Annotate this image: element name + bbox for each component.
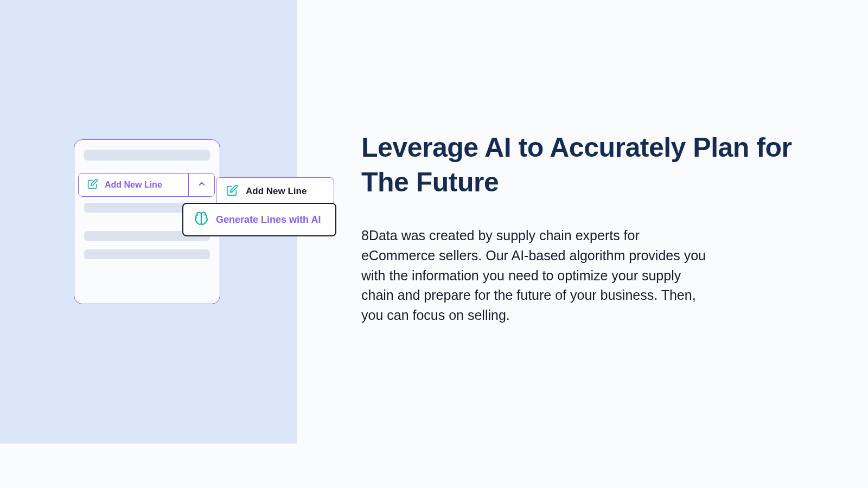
dropdown-toggle[interactable]: [188, 174, 214, 196]
add-new-line-main[interactable]: Add New Line: [79, 178, 188, 191]
popup-menu: Add New Line Generate Lines with AI: [216, 177, 334, 208]
illustration-panel: Add New Line Add New Line: [0, 0, 297, 444]
popup-item-add-line[interactable]: Add New Line: [216, 177, 334, 206]
content-panel: Leverage AI to Accurately Plan for The F…: [297, 0, 868, 488]
page-body: 8Data was created by supply chain expert…: [361, 226, 709, 325]
popup-item-label: Generate Lines with AI: [216, 214, 321, 226]
chevron-up-icon: [197, 179, 207, 191]
page-heading: Leverage AI to Accurately Plan for The F…: [361, 130, 803, 200]
edit-icon: [87, 178, 98, 191]
add-new-line-label: Add New Line: [105, 180, 162, 190]
brain-icon: [194, 211, 208, 228]
skeleton-line: [84, 150, 210, 160]
skeleton-line: [84, 203, 190, 213]
skeleton-line: [84, 249, 210, 259]
add-new-line-button[interactable]: Add New Line: [78, 173, 215, 197]
popup-item-label: Add New Line: [246, 186, 307, 197]
popup-item-generate-ai[interactable]: Generate Lines with AI: [182, 203, 336, 236]
edit-icon: [226, 184, 238, 198]
